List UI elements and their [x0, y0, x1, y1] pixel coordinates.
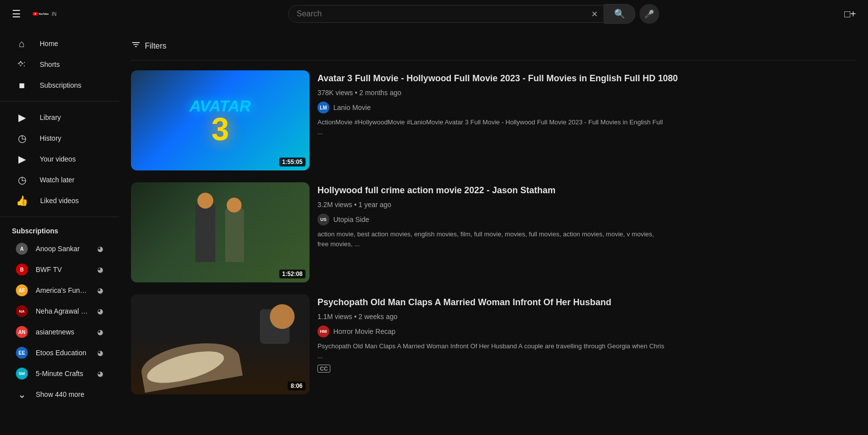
- video-channel-1: LM Lanio Movie: [317, 102, 856, 113]
- video-thumb-bg-3: [131, 294, 310, 394]
- video-meta-2: 3.2M views • 1 year ago: [317, 201, 856, 209]
- 5min-notif: ◕: [97, 370, 103, 378]
- 5min-name: 5-Minute Crafts: [36, 370, 89, 378]
- sidebar-divider-2: [0, 217, 119, 217]
- anoop-avatar: A: [16, 243, 28, 255]
- americas-notif: ◕: [97, 286, 103, 294]
- sidebar-item-asianet[interactable]: AN asianetnews ◕: [4, 322, 115, 342]
- shorts-icon: [16, 58, 28, 71]
- asianet-notif: ◕: [97, 328, 103, 336]
- create-button[interactable]: □+: [840, 4, 860, 24]
- video-list: AVATAR 3 1:55:05 Avatar 3 Full Movie - H…: [131, 64, 856, 400]
- sidebar-label-subscriptions: Subscriptions: [40, 81, 81, 89]
- video-meta-1: 378K views • 2 months ago: [317, 89, 856, 97]
- sidebar-item-liked-videos[interactable]: 👍 Liked videos: [4, 191, 115, 211]
- sidebar-label-liked-videos: Liked videos: [40, 197, 79, 205]
- video-description-3: Psychopath Old Man Claps A Married Woman…: [317, 341, 665, 361]
- 5min-avatar: 5M: [16, 368, 28, 380]
- sidebar-label-watch-later: Watch later: [40, 176, 74, 184]
- sidebar-item-5min[interactable]: 5M 5-Minute Crafts ◕: [4, 364, 115, 383]
- sidebar-item-your-videos[interactable]: ▶ Your videos: [4, 149, 115, 169]
- video-meta-3: 1.1M views • 2 weeks ago: [317, 313, 856, 321]
- home-icon: ⌂: [16, 38, 28, 50]
- video-duration-1: 1:55:05: [279, 158, 306, 166]
- show-more-label: Show 440 more: [36, 390, 84, 398]
- anoop-name: Anoop Sankar: [36, 245, 89, 253]
- header-center: free movies hollywood ✕ 🔍 🎤: [131, 4, 816, 24]
- video-thumb-bg-2: [131, 182, 310, 282]
- asianet-name: asianetnews: [36, 328, 89, 336]
- video-thumbnail-2: 1:52:08: [131, 182, 310, 282]
- sidebar-label-history: History: [40, 134, 62, 142]
- sidebar-item-neha[interactable]: NA Neha Agrawal M... ◕: [4, 301, 115, 321]
- liked-videos-icon: 👍: [16, 195, 28, 207]
- channel-name-1: Lanio Movie: [333, 104, 371, 111]
- anoop-notif: ◕: [97, 245, 103, 253]
- watch-later-icon: ◷: [16, 174, 28, 186]
- filters-bar: Filters: [131, 34, 856, 60]
- neha-notif: ◕: [97, 307, 103, 315]
- sidebar-label-home: Home: [40, 40, 58, 48]
- youtube-logo-svg: YouTube: [33, 8, 49, 19]
- americas-avatar: AF: [16, 284, 28, 296]
- video-title-3: Psychopath Old Man Claps A Married Woman…: [317, 296, 856, 309]
- sidebar-divider-1: [0, 101, 119, 102]
- video-item-2[interactable]: 1:52:08 Hollywood full crime action movi…: [131, 176, 856, 288]
- etoos-avatar: EE: [16, 347, 28, 359]
- etoos-name: Etoos Education: [36, 349, 89, 357]
- sidebar-item-bwf[interactable]: B BWF TV ◕: [4, 260, 115, 279]
- mic-button[interactable]: 🎤: [639, 4, 659, 24]
- video-channel-3: HM Horror Movie Recap: [317, 326, 856, 337]
- show-more-button[interactable]: ⌄ Show 440 more: [4, 384, 115, 404]
- mic-icon: 🎤: [644, 9, 654, 19]
- sidebar-item-library[interactable]: ▶ Library: [4, 108, 115, 127]
- video-item-3[interactable]: 8:06 Psychopath Old Man Claps A Married …: [131, 288, 856, 400]
- americas-name: America's Funnie...: [36, 286, 89, 294]
- channel-avatar-1: LM: [317, 102, 329, 113]
- subscriptions-title: Subscriptions: [0, 223, 119, 239]
- sidebar-item-watch-later[interactable]: ◷ Watch later: [4, 170, 115, 190]
- video-duration-2: 1:52:08: [279, 270, 306, 278]
- video-info-2: Hollywood full crime action movie 2022 -…: [317, 182, 856, 282]
- sidebar-label-shorts: Shorts: [40, 60, 60, 68]
- video-title-1: Avatar 3 Full Movie - Hollywood Full Mov…: [317, 72, 856, 85]
- subscriptions-icon: ■: [16, 80, 28, 91]
- neha-avatar: NA: [16, 305, 28, 317]
- hamburger-icon: ☰: [12, 8, 21, 20]
- history-icon: ◷: [16, 132, 28, 144]
- sidebar-item-anoop[interactable]: A Anoop Sankar ◕: [4, 239, 115, 259]
- search-input[interactable]: free movies hollywood: [289, 5, 585, 22]
- video-channel-2: US Utopia Side: [317, 214, 856, 225]
- logo-area[interactable]: YouTube IN: [33, 8, 57, 19]
- sidebar-label-library: Library: [40, 113, 61, 121]
- video-title-2: Hollywood full crime action movie 2022 -…: [317, 184, 856, 197]
- cc-badge: CC: [317, 365, 330, 373]
- sidebar-item-home[interactable]: ⌂ Home: [4, 34, 115, 54]
- channel-name-3: Horror Movie Recap: [333, 327, 395, 335]
- search-clear-button[interactable]: ✕: [585, 5, 604, 22]
- clear-icon: ✕: [591, 9, 598, 19]
- header-right: □+: [820, 4, 860, 24]
- channel-avatar-2: US: [317, 214, 329, 225]
- video-thumbnail-1: AVATAR 3 1:55:05: [131, 70, 310, 170]
- sidebar-item-subscriptions[interactable]: ■ Subscriptions: [4, 75, 115, 95]
- search-form: free movies hollywood ✕ 🔍: [288, 4, 635, 24]
- header: ☰ YouTube IN free movies hollywood ✕ 🔍: [0, 0, 868, 28]
- sidebar-item-history[interactable]: ◷ History: [4, 128, 115, 148]
- channel-name-2: Utopia Side: [333, 216, 369, 223]
- search-submit-button[interactable]: 🔍: [604, 4, 635, 24]
- sidebar-item-etoos[interactable]: EE Etoos Education ◕: [4, 343, 115, 363]
- sidebar-item-americas[interactable]: AF America's Funnie... ◕: [4, 280, 115, 300]
- filters-label[interactable]: Filters: [145, 42, 167, 51]
- bwf-name: BWF TV: [36, 266, 89, 273]
- menu-button[interactable]: ☰: [8, 4, 25, 24]
- sidebar-item-shorts[interactable]: Shorts: [4, 54, 115, 74]
- bwf-notif: ◕: [97, 266, 103, 273]
- bwf-avatar: B: [16, 264, 28, 275]
- chevron-down-icon: ⌄: [16, 388, 28, 400]
- sidebar: ⌂ Home Shorts ■ Subscriptions ▶ Library …: [0, 28, 119, 435]
- filter-icon: [131, 40, 141, 52]
- neha-name: Neha Agrawal M...: [36, 307, 89, 315]
- video-item-1[interactable]: AVATAR 3 1:55:05 Avatar 3 Full Movie - H…: [131, 64, 856, 176]
- video-thumb-bg-1: AVATAR 3: [131, 70, 310, 170]
